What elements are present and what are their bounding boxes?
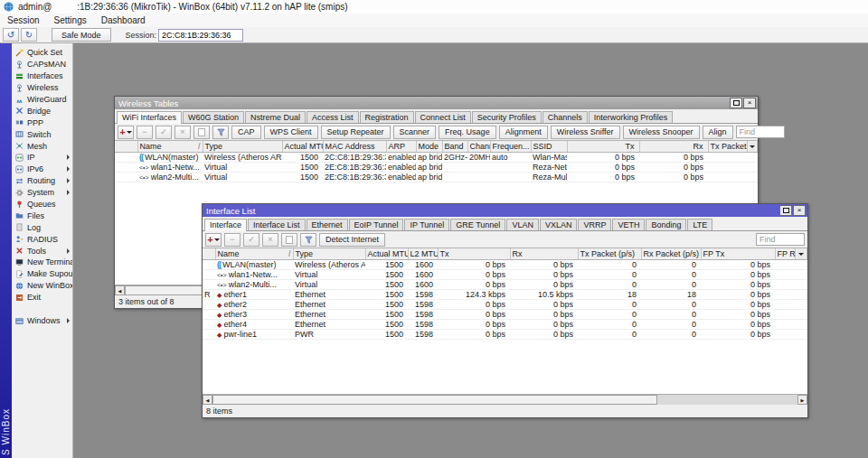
tab-registration[interactable]: Registration [360, 111, 414, 123]
table-row[interactable]: <•>wlan2-Multi... Virtual 1500 1600 0 bp… [203, 280, 807, 290]
col-tx-packet[interactable]: Tx Packet (p/ [708, 141, 747, 153]
sidebar-item-wireless[interactable]: Wireless [12, 82, 72, 94]
undo-button[interactable]: ↺ [3, 28, 19, 42]
tab-security-profiles[interactable]: Security Profiles [472, 111, 542, 123]
table-row[interactable]: ◆ether4 Ethernet 1500 1598 0 bps 0 bps 0… [203, 320, 807, 330]
tab-interface-list[interactable]: Interface List [248, 219, 306, 230]
col-mode[interactable]: Mode [416, 141, 442, 153]
sidebar-item-files[interactable]: Files [12, 210, 72, 221]
sidebar-item-routing[interactable]: Routing [12, 175, 72, 187]
table-row[interactable]: <•>wlan1-Netw... Virtual 1500 1600 0 bps… [203, 270, 807, 280]
cap-button[interactable]: CAP [231, 126, 261, 139]
col-channel[interactable]: Chann... [467, 141, 490, 153]
sidebar-item-interfaces[interactable]: Interfaces [12, 70, 72, 82]
table-row[interactable]: R ◆ether1 Ethernet 1500 1598 124.3 kbps … [203, 290, 807, 300]
col-band[interactable]: Band [442, 141, 467, 153]
scrollbar-track[interactable] [657, 395, 797, 405]
tab-wifi-interfaces[interactable]: WiFi Interfaces [117, 111, 182, 124]
add-button[interactable]: + [118, 126, 134, 139]
sidebar-item-quick-set[interactable]: Quick Set [12, 47, 72, 59]
wireless-window-titlebar[interactable]: Wireless Tables × [115, 97, 758, 109]
col-fp-rx[interactable]: FP Rx [775, 248, 795, 260]
maximize-button[interactable] [779, 205, 792, 216]
sidebar-item-system[interactable]: System [12, 187, 72, 199]
alignment-button[interactable]: Alignment [499, 126, 548, 139]
tab-connect-list[interactable]: Connect List [415, 111, 471, 123]
col-flags[interactable] [115, 141, 137, 153]
sidebar-item-wireguard[interactable]: WireGuard [12, 94, 72, 106]
col-arp[interactable]: ARP [386, 141, 416, 153]
sidebar-item-tools[interactable]: Tools [12, 245, 72, 257]
menu-settings[interactable]: Settings [47, 15, 94, 25]
sidebar-item-new-winbox[interactable]: New WinBox [12, 280, 72, 292]
sidebar-item-ip[interactable]: IP [12, 152, 72, 164]
filter-button[interactable] [212, 126, 229, 139]
tab-ethernet[interactable]: Ethernet [307, 219, 348, 230]
tab-vrrp[interactable]: VRRP [578, 219, 611, 230]
interface-window-titlebar[interactable]: Interface List × [203, 204, 807, 217]
col-flags[interactable] [203, 248, 215, 260]
col-actual-mtu[interactable]: Actual MTU [365, 248, 408, 260]
enable-button[interactable]: ✓ [156, 126, 172, 139]
find-input[interactable] [756, 233, 805, 246]
sidebar-item-ppp[interactable]: PPP [12, 117, 72, 128]
col-tx[interactable]: Tx [438, 248, 510, 260]
align-button[interactable]: Align [703, 126, 733, 139]
tab-ip-tunnel[interactable]: IP Tunnel [404, 219, 449, 230]
col-ssid[interactable]: SSID [531, 141, 567, 153]
table-row[interactable]: ((WLAN(master) Wireless (Atheros AR9... … [203, 260, 807, 270]
close-button[interactable]: × [793, 205, 806, 216]
comment-button[interactable] [193, 126, 210, 139]
scanner-button[interactable]: Scanner [393, 126, 437, 139]
sidebar-item-capsman[interactable]: CAPsMAN [12, 59, 72, 70]
tab-vxlan[interactable]: VXLAN [540, 219, 578, 230]
filter-button[interactable] [300, 233, 316, 247]
remove-button[interactable]: − [224, 233, 241, 247]
col-tx[interactable]: Tx [567, 141, 639, 153]
disable-button[interactable]: × [262, 233, 278, 247]
table-row[interactable]: ((WLAN(master) Wireless (Atheros AR9... … [115, 153, 758, 163]
col-type[interactable]: Type [203, 141, 282, 153]
add-button[interactable]: + [205, 233, 222, 247]
col-mac-address[interactable]: MAC Address [323, 141, 386, 153]
sidebar-item-exit[interactable]: Exit [12, 292, 72, 304]
tab-w60g-station[interactable]: W60G Station [183, 111, 244, 123]
sidebar-item-mesh[interactable]: Mesh [12, 140, 72, 152]
wireless-sniffer-button[interactable]: Wireless Sniffer [551, 126, 620, 139]
safe-mode-button[interactable]: Safe Mode [52, 28, 111, 42]
sidebar-item-switch[interactable]: Switch [12, 128, 72, 140]
session-input[interactable] [158, 29, 243, 42]
sidebar-item-radius[interactable]: RADIUS [12, 233, 72, 245]
table-row[interactable]: ◆ether3 Ethernet 1500 1598 0 bps 0 bps 0… [203, 310, 807, 320]
maximize-button[interactable] [730, 98, 742, 108]
tab-eoip-tunnel[interactable]: EoIP Tunnel [349, 219, 404, 230]
col-tx-packet[interactable]: Tx Packet (p/s) [578, 248, 641, 260]
find-input[interactable] [736, 126, 785, 138]
tab-vlan[interactable]: VLAN [506, 219, 539, 230]
sidebar-item-windows[interactable]: Windows [12, 315, 72, 327]
tab-bonding[interactable]: Bonding [646, 219, 686, 230]
sidebar-item-make-supout[interactable]: Make Supout.rif [12, 268, 72, 280]
col-fp-tx[interactable]: FP Tx [701, 248, 775, 260]
freq-usage-button[interactable]: Freq. Usage [439, 126, 496, 139]
column-selector[interactable] [795, 248, 807, 260]
detect-internet-button[interactable]: Detect Internet [319, 233, 385, 247]
col-frequency[interactable]: Frequen... [490, 141, 531, 153]
scroll-left-button[interactable]: ◀ [115, 285, 125, 295]
wireless-snooper-button[interactable]: Wireless Snooper [623, 126, 700, 139]
tab-gre-tunnel[interactable]: GRE Tunnel [450, 219, 505, 230]
col-name[interactable]: Name/ [215, 248, 293, 260]
menu-dashboard[interactable]: Dashboard [94, 15, 153, 25]
table-row[interactable]: ◆ether2 Ethernet 1500 1598 0 bps 0 bps 0… [203, 300, 807, 310]
column-selector[interactable] [747, 141, 758, 153]
column-selector-button[interactable] [750, 142, 756, 152]
tab-veth[interactable]: VETH [612, 219, 645, 230]
sidebar-item-new-terminal[interactable]: New Terminal [12, 257, 72, 268]
remove-button[interactable]: − [137, 126, 153, 139]
tab-access-list[interactable]: Access List [307, 111, 359, 123]
redo-button[interactable]: ↻ [21, 28, 37, 42]
col-rx-packet[interactable]: Rx Packet (p/s) [641, 248, 701, 260]
horizontal-scrollbar[interactable]: ◀ ▶ [203, 394, 807, 405]
sidebar-item-log[interactable]: Log [12, 221, 72, 233]
col-actual-mtu[interactable]: Actual MTU [282, 141, 323, 153]
